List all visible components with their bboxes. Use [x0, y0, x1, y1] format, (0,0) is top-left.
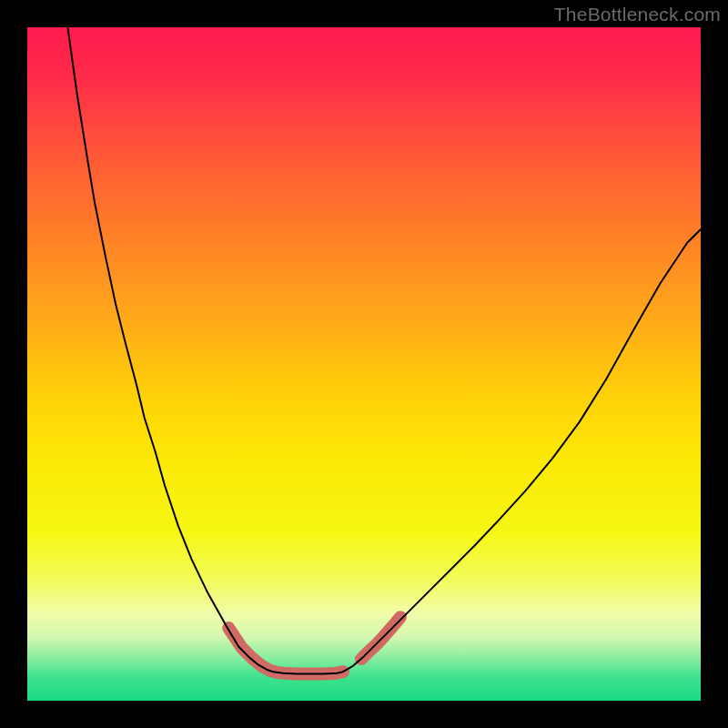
watermark-text: TheBottleneck.com [554, 4, 721, 25]
background-gradient [27, 27, 701, 701]
plot-area [27, 27, 701, 701]
chart-container: TheBottleneck.com [0, 0, 728, 728]
svg-rect-0 [27, 27, 701, 701]
